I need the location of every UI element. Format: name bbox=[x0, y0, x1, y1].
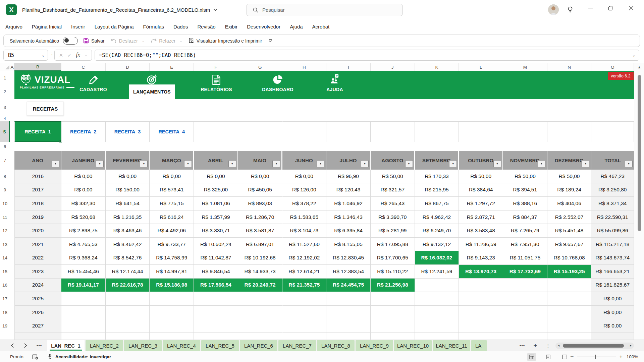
table-cell-year[interactable]: 2016 bbox=[14, 170, 61, 183]
table-cell[interactable]: R$ 189,24 bbox=[547, 183, 592, 197]
banner-nav-lançamentos[interactable]: LANÇAMENTOS bbox=[129, 71, 175, 99]
table-cell[interactable] bbox=[238, 319, 282, 333]
sheet-tab-lan_rec_6[interactable]: LAN_REC_6 bbox=[240, 340, 277, 351]
table-cell[interactable] bbox=[503, 279, 547, 292]
table-cell[interactable]: R$ 321,57 bbox=[371, 183, 415, 197]
table-cell[interactable]: R$ 3.104,73 bbox=[282, 224, 327, 238]
table-cell[interactable]: R$ 3.583,48 bbox=[459, 224, 503, 238]
zoom-slider-thumb[interactable] bbox=[595, 355, 596, 359]
print-preview-button[interactable]: Visualizar Impressão e Imprimir bbox=[189, 38, 262, 44]
select-all-corner[interactable] bbox=[5, 65, 9, 69]
table-cell[interactable]: R$ 15.110,22 bbox=[371, 265, 415, 279]
vertical-scroll-thumb[interactable] bbox=[638, 75, 641, 231]
qat-overflow-icon[interactable] bbox=[268, 39, 273, 43]
table-cell-year[interactable]: 2024 bbox=[14, 279, 61, 292]
table-cell[interactable]: R$ 126,00 bbox=[282, 183, 327, 197]
sheet-tab-lan_rec_9[interactable]: LAN_REC_9 bbox=[356, 340, 393, 351]
horizontal-scroll-thumb[interactable] bbox=[563, 344, 624, 348]
table-cell[interactable] bbox=[415, 306, 459, 319]
table-cell[interactable] bbox=[459, 279, 503, 292]
table-cell[interactable]: R$ 9.657,67 bbox=[547, 238, 592, 251]
table-cell-year[interactable]: 2021 bbox=[14, 238, 61, 251]
table-cell[interactable]: R$ 12.614,21 bbox=[282, 265, 327, 279]
filter-dropdown-icon[interactable]: ▼ bbox=[493, 160, 501, 167]
table-cell[interactable]: R$ 0,00 bbox=[61, 170, 106, 183]
table-cell[interactable]: R$ 5.281,99 bbox=[371, 224, 415, 238]
table-cell[interactable]: R$ 573,41 bbox=[150, 183, 194, 197]
table-cell[interactable] bbox=[150, 292, 194, 306]
table-cell[interactable] bbox=[194, 306, 238, 319]
ribbon-tab-f-rmulas[interactable]: Fórmulas bbox=[139, 19, 169, 34]
table-cell-total[interactable]: R$ 166.653,21 bbox=[591, 265, 634, 279]
filter-dropdown-icon[interactable]: ▼ bbox=[317, 160, 324, 167]
table-cell-total[interactable]: R$ 22.590,31 bbox=[591, 210, 634, 224]
ribbon-tab-desenvolvedor[interactable]: Desenvolvedor bbox=[242, 19, 285, 34]
table-cell-year[interactable]: 2020 bbox=[14, 224, 61, 238]
table-cell[interactable]: R$ 775,15 bbox=[150, 197, 194, 210]
table-cell[interactable] bbox=[459, 292, 503, 306]
table-cell[interactable]: R$ 884,37 bbox=[503, 210, 547, 224]
ribbon-tab-arquivo[interactable]: Arquivo bbox=[1, 19, 27, 34]
filter-dropdown-icon[interactable]: ▼ bbox=[449, 160, 457, 167]
cancel-formula-icon[interactable]: ✕ bbox=[59, 52, 63, 58]
table-cell[interactable]: R$ 388,16 bbox=[503, 197, 547, 210]
accessibility-status[interactable]: Acessibilidade: investigar bbox=[47, 354, 111, 360]
sheet-tab-lan_rec_2[interactable]: LAN_REC_2 bbox=[86, 340, 123, 351]
table-cell-total[interactable]: R$ 0,00 bbox=[591, 306, 634, 319]
next-sheet-button[interactable] bbox=[21, 340, 30, 351]
table-cell[interactable]: R$ 0,00 bbox=[282, 170, 327, 183]
ribbon-tab-inserir[interactable]: Inserir bbox=[66, 19, 90, 34]
table-cell-total[interactable]: R$ 161.825,67 bbox=[591, 279, 634, 292]
table-cell-year[interactable]: 2026 bbox=[14, 306, 61, 319]
column-header-E[interactable]: E bbox=[150, 63, 194, 71]
sheet-tab-lan_rec_5[interactable]: LAN_REC_5 bbox=[201, 340, 239, 351]
column-header-L[interactable]: L bbox=[459, 63, 503, 71]
table-cell[interactable]: R$ 96,90 bbox=[326, 170, 371, 183]
table-cell[interactable]: R$ 16.082,02 bbox=[415, 251, 459, 265]
autosave-toggle[interactable] bbox=[63, 37, 78, 45]
table-cell[interactable] bbox=[194, 319, 238, 333]
ribbon-tab-exibir[interactable]: Exibir bbox=[220, 19, 243, 34]
table-cell[interactable]: R$ 4.765,53 bbox=[61, 238, 106, 251]
table-cell[interactable]: R$ 14.997,81 bbox=[150, 265, 194, 279]
table-cell[interactable]: R$ 12.383,54 bbox=[326, 265, 371, 279]
table-cell[interactable] bbox=[106, 319, 150, 333]
table-cell[interactable]: R$ 120,43 bbox=[326, 183, 371, 197]
column-header-J[interactable]: J bbox=[371, 63, 415, 71]
table-cell[interactable]: R$ 21.352,75 bbox=[282, 279, 327, 292]
table-cell[interactable]: R$ 11.236,59 bbox=[459, 238, 503, 251]
column-header-A[interactable]: A bbox=[10, 63, 14, 71]
table-cell[interactable]: R$ 12.241,59 bbox=[415, 265, 459, 279]
filter-dropdown-icon[interactable]: ▼ bbox=[361, 160, 369, 167]
sheet-list-button[interactable]: ••• bbox=[35, 340, 44, 351]
ribbon-tab-layout-da-p-gina[interactable]: Layout da Página bbox=[90, 19, 139, 34]
table-cell[interactable] bbox=[238, 306, 282, 319]
table-cell[interactable] bbox=[326, 319, 371, 333]
table-cell[interactable]: R$ 0,00 bbox=[194, 170, 238, 183]
normal-view-button[interactable] bbox=[527, 353, 536, 361]
ribbon-tab-p-gina-inicial[interactable]: Página Inicial bbox=[27, 19, 66, 34]
table-cell[interactable] bbox=[61, 319, 106, 333]
banner-nav-ajuda[interactable]: ?AJUDA bbox=[312, 71, 358, 99]
receita-link-3[interactable]: RECEITA_3 bbox=[106, 121, 150, 142]
restore-button[interactable] bbox=[602, 0, 619, 16]
ribbon-tab-dados[interactable]: Dados bbox=[169, 19, 193, 34]
table-cell[interactable]: R$ 265,43 bbox=[371, 197, 415, 210]
filter-dropdown-icon[interactable]: ▼ bbox=[625, 160, 633, 167]
ribbon-tab-acrobat[interactable]: Acrobat bbox=[308, 19, 334, 34]
minimize-button[interactable] bbox=[582, 0, 599, 16]
table-cell[interactable]: R$ 17.732,69 bbox=[503, 265, 547, 279]
table-cell[interactable]: R$ 1.286,70 bbox=[238, 210, 282, 224]
table-cell[interactable] bbox=[282, 319, 327, 333]
column-header-C[interactable]: C bbox=[61, 63, 106, 71]
table-cell[interactable] bbox=[459, 306, 503, 319]
filter-dropdown-icon[interactable]: ▼ bbox=[184, 160, 192, 167]
table-cell[interactable]: R$ 7.265,79 bbox=[503, 224, 547, 238]
table-cell[interactable] bbox=[194, 292, 238, 306]
tab-options-icon[interactable]: ⋮ bbox=[545, 340, 551, 351]
table-cell[interactable]: R$ 19.141,17 bbox=[61, 279, 106, 292]
table-cell[interactable]: R$ 0,00 bbox=[61, 183, 106, 197]
table-cell[interactable]: R$ 3.581,87 bbox=[238, 224, 282, 238]
table-cell[interactable]: R$ 170,33 bbox=[415, 170, 459, 183]
table-cell[interactable]: R$ 325,00 bbox=[194, 183, 238, 197]
